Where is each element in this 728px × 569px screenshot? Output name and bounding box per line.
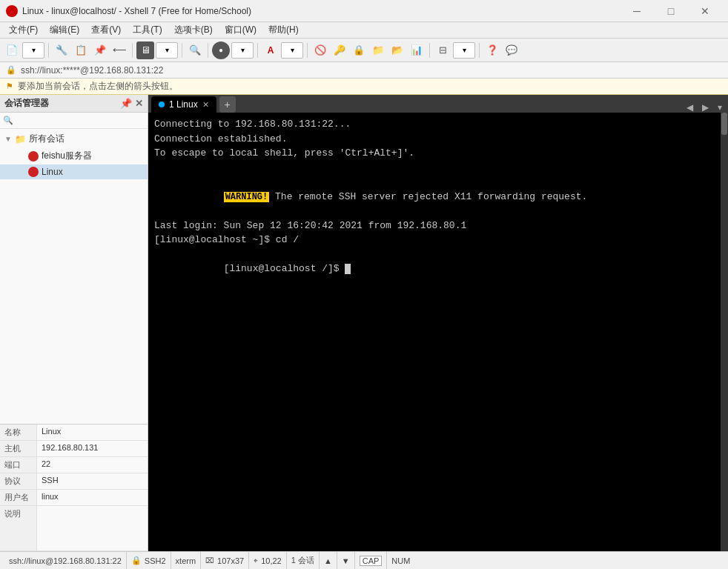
tb-chat[interactable]: 💬: [503, 41, 520, 59]
close-button[interactable]: ✕: [688, 0, 722, 22]
tree-label-feishu: feishu服务器: [42, 150, 92, 162]
warning-badge: WARNING!: [224, 192, 270, 202]
info-label-user: 用户名: [0, 490, 37, 505]
panel-close-btn[interactable]: ✕: [135, 98, 143, 109]
hint-icon: ⚑: [6, 81, 13, 91]
search-icon: 🔍: [3, 116, 13, 125]
linux-icon: [28, 167, 39, 177]
num-badge: NUM: [391, 556, 410, 565]
tree-label-linux: Linux: [42, 167, 63, 177]
tb-paste[interactable]: 📌: [91, 41, 109, 59]
tb-sep8: [479, 43, 480, 58]
info-row-host: 主机 192.168.80.131: [0, 441, 148, 457]
menu-window[interactable]: 窗口(W): [219, 22, 262, 38]
hint-bar: ⚑ 要添加当前会话，点击左侧的箭头按钮。: [0, 79, 728, 95]
title-bar: Linux - linux@localhost/ - Xshell 7 (Fre…: [0, 0, 728, 22]
app-icon: [6, 5, 18, 17]
tb-sep1: [48, 43, 49, 58]
status-scroll-down[interactable]: ▼: [337, 552, 355, 569]
tab-menu-btn[interactable]: ▾: [715, 102, 725, 113]
prompt-text: [linux@localhost /]$: [224, 263, 345, 274]
tb-font-dropdown[interactable]: ▾: [281, 42, 303, 59]
tb-new-session[interactable]: 📄: [3, 41, 21, 59]
status-num: NUM: [387, 552, 414, 569]
tb-compose-dropdown[interactable]: ▾: [231, 42, 254, 59]
tb-screen-dropdown[interactable]: ▾: [156, 42, 178, 59]
maximize-button[interactable]: □: [654, 0, 688, 22]
lock-icon: 🔒: [6, 65, 16, 75]
tb-search[interactable]: 🔍: [186, 41, 204, 59]
menu-edit[interactable]: 编辑(E): [44, 22, 85, 38]
content-row: 会话管理器 📌 ✕ 🔍 ▼ 📁 所有会话 feishu服务器: [0, 95, 728, 551]
tb-compose[interactable]: ●: [212, 41, 230, 59]
info-value-port: 22: [37, 457, 55, 473]
pos-icon: ⌖: [254, 556, 258, 565]
search-input[interactable]: [16, 116, 145, 125]
tb-transfer[interactable]: 📁: [369, 41, 387, 59]
status-protocol: 🔒 SSH2: [127, 552, 171, 569]
tb-sep3: [182, 43, 182, 58]
tab-dot: [159, 102, 165, 107]
status-bar: ssh://linux@192.168.80.131:22 🔒 SSH2 xte…: [0, 551, 728, 569]
status-scroll-up[interactable]: ▲: [320, 552, 337, 569]
info-label-protocol: 协议: [0, 473, 37, 489]
tb-stop[interactable]: 🚫: [311, 41, 329, 59]
tb-sep2: [132, 43, 133, 58]
tb-help[interactable]: ❓: [483, 41, 501, 59]
info-value-protocol: SSH: [37, 473, 63, 489]
tab-linux[interactable]: 1 Linux ✕: [151, 96, 216, 113]
tab-close-btn[interactable]: ✕: [202, 100, 209, 110]
tb-new-dropdown[interactable]: ▾: [22, 42, 44, 59]
menu-tools[interactable]: 工具(T): [127, 22, 168, 38]
tree-expand-icon: ▼: [4, 135, 15, 143]
tb-sftp[interactable]: 📂: [388, 41, 406, 59]
tree-item-all-sessions[interactable]: ▼ 📁 所有会话: [0, 130, 148, 147]
menu-view[interactable]: 查看(V): [85, 22, 127, 38]
terminal-scrollbar[interactable]: [721, 113, 728, 551]
terminal-line-blank: [154, 161, 715, 176]
address-text: ssh://linux:*****@192.168.80.131:22: [21, 65, 163, 76]
menu-tabs[interactable]: 选项卡(B): [168, 22, 219, 38]
session-panel-header: 会话管理器 📌 ✕: [0, 95, 148, 113]
info-label-host: 主机: [0, 441, 37, 456]
tb-minus[interactable]: ⊟: [434, 41, 451, 59]
tb-font[interactable]: A: [262, 41, 279, 59]
status-size-text: 107x37: [217, 556, 244, 565]
tb-copy[interactable]: 📋: [72, 41, 90, 59]
tb-minus-dropdown[interactable]: ▾: [453, 42, 475, 59]
tab-next-btn[interactable]: ▶: [699, 102, 712, 113]
tree-item-feishu[interactable]: feishu服务器: [0, 147, 148, 164]
status-address: ssh://linux@192.168.80.131:22: [4, 552, 127, 569]
terminal-row: Connecting to 192.168.80.131:22... Conne…: [148, 113, 728, 551]
tb-properties[interactable]: 🔧: [53, 41, 70, 59]
terminal-line-5: Last login: Sun Sep 12 16:20:42 2021 fro…: [154, 219, 715, 233]
info-row-protocol: 协议 SSH: [0, 473, 148, 490]
tab-prev-btn[interactable]: ◀: [684, 102, 696, 113]
toolbar: 📄 ▾ 🔧 📋 📌 ⟵ 🖥 ▾ 🔍 ● ▾ A ▾ 🚫 🔑 🔒 📁 📂 📊 ⊟ …: [0, 39, 728, 62]
terminal-content[interactable]: Connecting to 192.168.80.131:22... Conne…: [148, 113, 721, 551]
panel-pin-btn[interactable]: 📌: [120, 98, 132, 109]
tb-arrow[interactable]: ⟵: [110, 41, 128, 59]
terminal-line-6: [linux@localhost ~]$ cd /: [154, 233, 715, 247]
tab-label: 1 Linux: [169, 99, 198, 110]
info-label-name: 名称: [0, 425, 37, 440]
menu-file[interactable]: 文件(F): [3, 22, 44, 38]
cursor: [345, 264, 351, 274]
address-bar: 🔒 ssh://linux:*****@192.168.80.131:22: [0, 62, 728, 79]
terminal-line-1: Connecting to 192.168.80.131:22...: [154, 117, 715, 132]
tb-lock[interactable]: 🔒: [350, 41, 368, 59]
info-panel: 名称 Linux 主机 192.168.80.131 端口 22 协议 SSH …: [0, 424, 148, 551]
tab-add-button[interactable]: +: [219, 96, 236, 113]
tb-sep7: [429, 43, 430, 58]
tab-nav-right: ◀ ▶ ▾: [684, 102, 725, 113]
minimize-button[interactable]: ─: [620, 0, 654, 22]
tb-screen[interactable]: 🖥: [136, 41, 154, 59]
tree-item-linux[interactable]: Linux: [0, 164, 148, 179]
menu-help[interactable]: 帮助(H): [262, 22, 305, 38]
info-row-user: 用户名 linux: [0, 490, 148, 506]
window-title: Linux - linux@localhost/ - Xshell 7 (Fre…: [22, 6, 620, 16]
tb-key[interactable]: 🔑: [331, 41, 348, 59]
info-row-name: 名称 Linux: [0, 425, 148, 441]
tb-monitor[interactable]: 📊: [408, 41, 426, 59]
main-wrapper: 会话管理器 📌 ✕ 🔍 ▼ 📁 所有会话 feishu服务器: [0, 95, 728, 569]
